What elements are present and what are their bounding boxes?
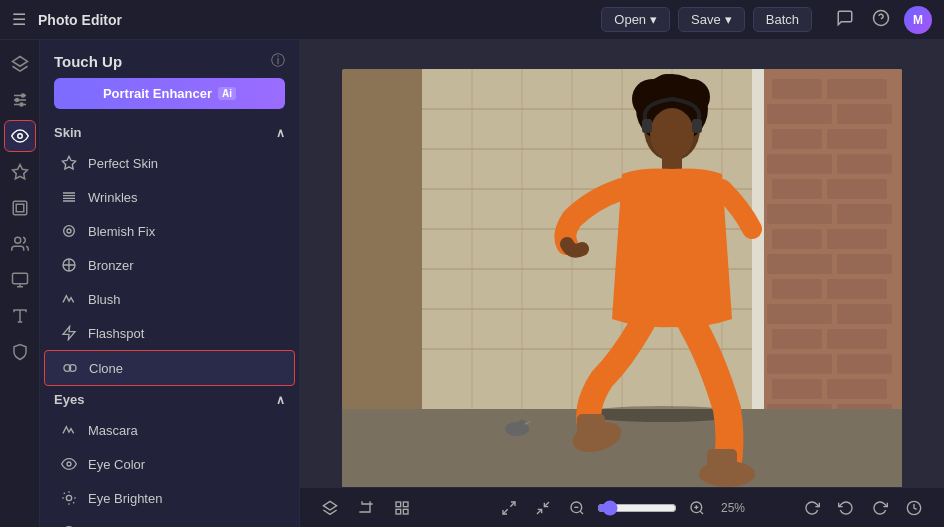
svg-line-107 [503,509,508,514]
svg-line-108 [537,509,542,514]
svg-rect-41 [772,129,822,149]
flashspot-label: Flashspot [88,326,144,341]
fullscreen-icon[interactable] [495,494,523,522]
avatar[interactable]: M [904,6,932,34]
mask-icon[interactable] [4,264,36,296]
grid-tool-icon[interactable] [388,494,416,522]
svg-point-7 [15,99,18,102]
svg-rect-42 [827,129,887,149]
icon-rail [0,40,40,527]
zoom-slider[interactable] [597,500,677,516]
svg-point-100 [517,420,527,430]
flashspot-icon [60,324,78,342]
help-button[interactable] [868,5,894,35]
canvas-area: 25% [300,40,944,527]
portrait-enhancer-label: Portrait Enhancer [103,86,212,101]
topbar: ☰ Photo Editor Open ▾ Save ▾ Batch M [0,0,944,40]
batch-button[interactable]: Batch [753,7,812,32]
portrait-enhancer-button[interactable]: Portrait Enhancer Ai [54,78,285,109]
menu-icon[interactable]: ☰ [12,10,26,29]
undo-icon[interactable] [832,494,860,522]
blemish-fix-icon [60,222,78,240]
svg-rect-98 [707,449,737,481]
eye-color-label: Eye Color [88,457,145,472]
svg-rect-104 [396,509,401,514]
crop-tool-icon[interactable] [352,494,380,522]
photo-svg [342,69,902,499]
wrinkles-label: Wrinkles [88,190,138,205]
open-label: Open [614,12,646,27]
history-icon[interactable] [900,494,928,522]
eyes-section-header[interactable]: Eyes ∧ [40,386,299,413]
wrinkles-item[interactable]: Wrinkles [40,180,299,214]
clone-label: Clone [89,361,123,376]
panel-scroll: Skin ∧ Perfect Skin Wrinkles [40,119,299,527]
clone-item[interactable]: Clone [44,350,295,386]
save-button[interactable]: Save ▾ [678,7,745,32]
svg-rect-61 [772,379,822,399]
bottom-toolbar: 25% [300,487,944,527]
svg-rect-45 [772,179,822,199]
svg-rect-50 [827,229,887,249]
wrinkles-icon [60,188,78,206]
svg-rect-56 [837,304,892,324]
svg-rect-102 [396,502,401,507]
zoom-in-icon[interactable] [683,494,711,522]
eye-brighten-item[interactable]: Eye Brighten [40,481,299,515]
perfect-skin-label: Perfect Skin [88,156,158,171]
svg-rect-55 [767,304,832,324]
zoom-out-icon[interactable] [563,494,591,522]
layers-tool-icon[interactable] [316,494,344,522]
info-icon[interactable]: ⓘ [271,52,285,70]
side-panel: Touch Up ⓘ Portrait Enhancer Ai Skin ∧ P… [40,40,300,527]
svg-rect-62 [827,379,887,399]
adjustments-icon[interactable] [4,84,36,116]
clone-icon [61,359,79,377]
text-icon[interactable] [4,300,36,332]
bottom-right-actions [798,494,928,522]
svg-rect-44 [837,154,892,174]
touch-up-icon[interactable] [4,120,36,152]
perfect-skin-item[interactable]: Perfect Skin [40,146,299,180]
svg-rect-54 [827,279,887,299]
layers-icon[interactable] [4,48,36,80]
eyebrow-pencil-item[interactable]: Eyebrow Pencil [40,515,299,527]
batch-label: Batch [766,12,799,27]
svg-rect-46 [827,179,887,199]
watermark-icon[interactable] [4,336,36,368]
svg-rect-39 [767,104,832,124]
skin-section-header[interactable]: Skin ∧ [40,119,299,146]
open-button[interactable]: Open ▾ [601,7,670,32]
chat-button[interactable] [832,5,858,35]
app-title: Photo Editor [38,12,122,28]
fit-screen-icon[interactable] [529,494,557,522]
frames-icon[interactable] [4,192,36,224]
svg-rect-93 [692,119,702,133]
bottom-center-zoom: 25% [495,494,749,522]
svg-rect-52 [837,254,892,274]
ai-badge: Ai [218,87,236,100]
blemish-fix-label: Blemish Fix [88,224,155,239]
people-icon[interactable] [4,228,36,260]
svg-point-13 [14,237,20,243]
svg-marker-21 [63,326,75,339]
canvas-image [342,69,902,499]
svg-point-19 [67,229,71,233]
eye-color-item[interactable]: Eye Color [40,447,299,481]
blush-item[interactable]: Blush [40,282,299,316]
svg-point-6 [21,94,24,97]
skin-label: Skin [54,125,81,140]
rotate-cw-icon[interactable] [798,494,826,522]
svg-point-9 [17,134,22,139]
effects-icon[interactable] [4,156,36,188]
bronzer-item[interactable]: Bronzer [40,248,299,282]
mascara-icon [60,421,78,439]
mascara-item[interactable]: Mascara [40,413,299,447]
skin-chevron: ∧ [276,126,285,140]
blush-icon [60,290,78,308]
flashspot-item[interactable]: Flashspot [40,316,299,350]
svg-rect-53 [772,279,822,299]
blemish-fix-item[interactable]: Blemish Fix [40,214,299,248]
svg-marker-17 [62,156,75,169]
redo-icon[interactable] [866,494,894,522]
